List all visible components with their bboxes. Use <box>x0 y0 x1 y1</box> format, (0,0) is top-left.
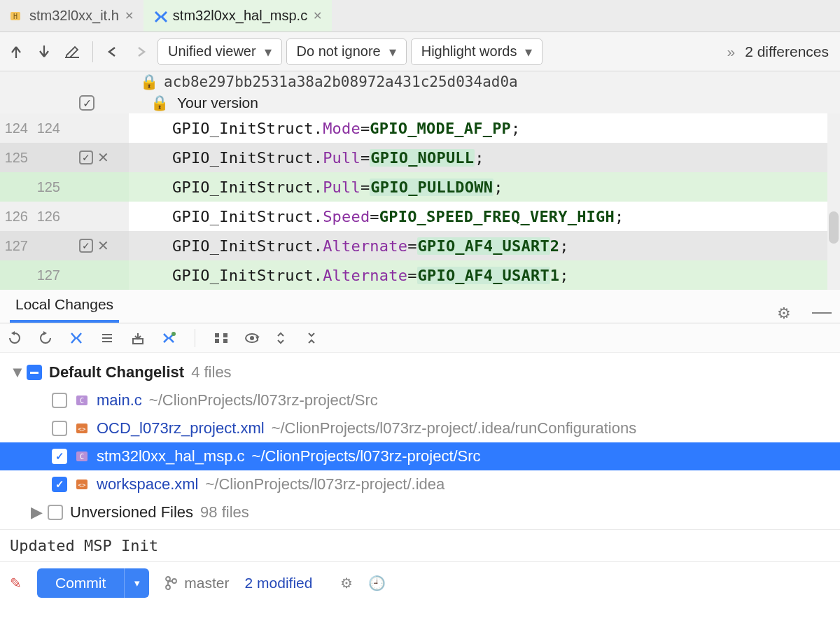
ignore-dropdown[interactable]: Do not ignore▾ <box>286 38 407 65</box>
file-checkbox[interactable] <box>52 449 67 464</box>
diff-line: 125✕GPIO_InitStruct.Pull = GPIO_NOPULL; <box>0 143 840 172</box>
minimize-icon[interactable]: — <box>812 300 840 323</box>
file-row[interactable]: Cmain.c ~/ClionProjects/l073rz-project/S… <box>10 386 833 414</box>
group-icon[interactable] <box>214 330 229 346</box>
back-icon[interactable] <box>102 40 125 64</box>
vcs-panel-tabs: Local Changes ⚙ — <box>0 290 840 323</box>
file-path: ~/ClionProjects/l073rz-project/Src <box>252 447 481 465</box>
modified-count[interactable]: 2 modified <box>245 575 313 592</box>
changelist-header[interactable]: ▼ Default Changelist 4 files <box>10 358 833 386</box>
forward-icon[interactable] <box>130 40 153 64</box>
svg-rect-9 <box>215 339 219 343</box>
close-icon[interactable]: ✕ <box>313 9 322 22</box>
branch-icon <box>164 576 177 590</box>
local-version-label: Your version <box>177 94 258 111</box>
include-all-checkbox[interactable] <box>79 95 94 111</box>
gear-icon[interactable]: ⚙ <box>777 304 798 323</box>
svg-rect-4 <box>102 337 112 339</box>
prev-diff-icon[interactable] <box>4 40 28 64</box>
chevron-down-icon: ▾ <box>265 43 272 60</box>
expand-arrow-icon[interactable]: ▼ <box>10 363 20 382</box>
chevron-down-icon: ▾ <box>525 43 532 60</box>
svg-point-24 <box>172 579 176 583</box>
svg-rect-5 <box>102 341 112 342</box>
diff-header-commit: 🔒 acb8e297bb2531a38a2b08972a431c25d034ad… <box>0 71 840 92</box>
file-path: ~/ClionProjects/l073rz-project/.idea/run… <box>272 419 637 438</box>
file-row[interactable]: <>OCD_l073rz_project.xml ~/ClionProjects… <box>10 414 833 442</box>
file-checkbox[interactable] <box>52 477 67 492</box>
c-file-icon: C <box>74 450 90 463</box>
expand-arrow-icon[interactable]: ▶ <box>31 503 41 522</box>
discard-hunk-icon[interactable]: ✕ <box>97 237 109 254</box>
branch-indicator[interactable]: master <box>164 575 229 592</box>
rollback-icon[interactable] <box>38 330 53 346</box>
file-row[interactable]: <>workspace.xml ~/ClionProjects/l073rz-p… <box>10 470 833 498</box>
unversioned-title: Unversioned Files <box>70 503 193 522</box>
unshelve-icon[interactable] <box>161 330 176 346</box>
file-path: ~/ClionProjects/l073rz-project/.idea <box>205 475 444 493</box>
expand-icon[interactable] <box>275 330 290 346</box>
tab-label: stm32l0xx_hal_msp.c <box>173 8 307 24</box>
file-checkbox[interactable] <box>52 421 67 436</box>
commit-hash: acb8e297bb2531a38a2b08972a431c25d034ad0a <box>164 74 518 90</box>
c-file-icon: C <box>74 394 90 407</box>
file-checkbox[interactable] <box>52 393 67 408</box>
shelve-icon[interactable] <box>130 330 146 346</box>
svg-rect-8 <box>215 333 219 337</box>
amend-icon[interactable]: ✎ <box>10 575 22 592</box>
commit-button[interactable]: Commit ▾ <box>37 568 149 598</box>
h-file-icon: H <box>10 10 24 22</box>
commit-message-input[interactable]: Updated MSP Init <box>0 529 840 561</box>
changelist-icon[interactable] <box>99 330 115 346</box>
branch-name: master <box>184 575 229 592</box>
file-row[interactable]: Cstm32l0xx_hal_msp.c ~/ClionProjects/l07… <box>0 442 840 470</box>
commit-options-dropdown[interactable]: ▾ <box>124 568 149 598</box>
refresh-icon[interactable] <box>7 330 22 346</box>
svg-point-22 <box>166 577 170 581</box>
preview-icon[interactable]: ▾ <box>244 330 260 346</box>
tab-stm32l0xx-it[interactable]: H stm32l0xx_it.h ✕ <box>0 0 144 31</box>
commit-footer: ✎ Commit ▾ master 2 modified ⚙ 🕘 <box>0 561 840 603</box>
scrollbar[interactable] <box>827 113 840 290</box>
changelist-checkbox[interactable] <box>27 365 42 380</box>
diff-count-label: 2 differences <box>745 43 829 60</box>
diff-icon[interactable] <box>69 330 84 346</box>
edit-icon[interactable] <box>60 40 84 64</box>
lock-icon: 🔒 <box>140 74 158 90</box>
overflow-icon[interactable]: » <box>727 43 735 60</box>
highlight-dropdown[interactable]: Highlight words▾ <box>411 38 543 65</box>
tab-local-changes[interactable]: Local Changes <box>10 289 119 323</box>
diff-file-icon <box>153 10 167 22</box>
changelist-title: Default Changelist <box>49 363 184 382</box>
xml-file-icon: <> <box>74 478 90 491</box>
tab-label: stm32l0xx_it.h <box>29 8 119 24</box>
file-path: ~/ClionProjects/l073rz-project/Src <box>149 391 378 410</box>
unversioned-checkbox[interactable] <box>48 505 63 520</box>
viewer-mode-dropdown[interactable]: Unified viewer▾ <box>158 38 282 65</box>
discard-hunk-icon[interactable]: ✕ <box>97 149 109 166</box>
history-icon[interactable]: 🕘 <box>368 575 386 592</box>
svg-text:<>: <> <box>78 426 86 433</box>
next-diff-icon[interactable] <box>32 40 56 64</box>
gear-icon[interactable]: ⚙ <box>340 575 353 592</box>
svg-text:C: C <box>80 397 84 405</box>
file-name: workspace.xml <box>97 475 198 493</box>
close-icon[interactable]: ✕ <box>125 9 134 22</box>
lock-icon: 🔒 <box>150 94 169 111</box>
svg-rect-10 <box>223 333 227 337</box>
editor-tabs: H stm32l0xx_it.h ✕ stm32l0xx_hal_msp.c ✕ <box>0 0 840 32</box>
unversioned-header[interactable]: ▶ Unversioned Files 98 files <box>10 498 833 526</box>
file-name: main.c <box>97 391 142 410</box>
diff-line: 125GPIO_InitStruct.Pull = GPIO_PULLDOWN; <box>0 172 840 202</box>
chevron-down-icon: ▾ <box>389 43 396 60</box>
include-hunk-checkbox[interactable] <box>79 239 93 253</box>
diff-viewer[interactable]: 124124GPIO_InitStruct.Mode = GPIO_MODE_A… <box>0 113 840 290</box>
tab-stm32l0xx-hal-msp[interactable]: stm32l0xx_hal_msp.c ✕ <box>144 0 332 31</box>
include-hunk-checkbox[interactable] <box>79 150 93 164</box>
collapse-icon[interactable] <box>306 330 321 346</box>
diff-line: 127GPIO_InitStruct.Alternate = GPIO_AF4_… <box>0 260 840 290</box>
svg-rect-3 <box>102 334 112 335</box>
svg-text:H: H <box>13 13 18 20</box>
svg-text:<>: <> <box>78 482 86 489</box>
local-changes-toolbar: ▾ <box>0 323 840 353</box>
